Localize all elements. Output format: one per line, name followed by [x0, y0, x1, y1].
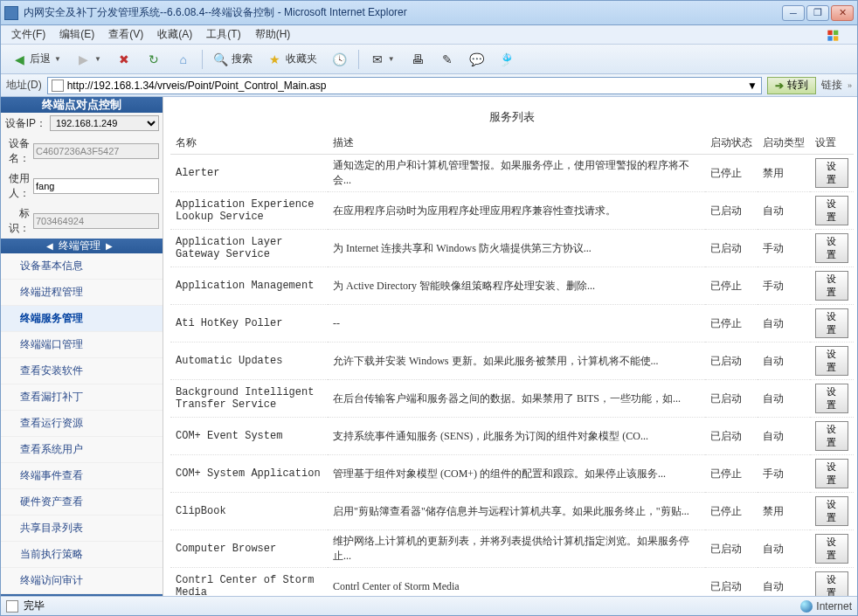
stop-button[interactable]: ✖ — [111, 49, 137, 70]
links-label[interactable]: 链接 — [821, 78, 842, 93]
table-header-row: 名称 描述 启动状态 启动类型 设置 — [170, 132, 854, 155]
device-ip-select[interactable]: 192.168.1.249 — [50, 115, 159, 131]
tag-label: 标识： — [4, 206, 30, 236]
search-button[interactable]: 🔍 搜索 — [208, 49, 259, 70]
star-icon: ★ — [268, 52, 282, 66]
user-input[interactable] — [33, 178, 159, 194]
cell-name: Contrl Center of Storm Media — [170, 568, 328, 597]
settings-button[interactable]: 设 置 — [815, 384, 848, 413]
cell-desc: 在应用程序启动时为应用程序处理应用程序兼容性查找请求。 — [328, 192, 705, 230]
table-row: Contrl Center of Storm MediaContrl Cente… — [170, 568, 854, 597]
sidebar-item-10[interactable]: 共享目录列表 — [1, 516, 163, 542]
discuss-button[interactable]: 💬 — [464, 49, 490, 70]
settings-button[interactable]: 设 置 — [815, 196, 848, 225]
sidebar-item-3[interactable]: 终端端口管理 — [1, 332, 163, 358]
cell-desc: 为 Internet 连接共享和 Windows 防火墙提供第三方协议... — [328, 230, 705, 267]
sidebar-item-8[interactable]: 终端事件查看 — [1, 463, 163, 489]
sidebar-item-4[interactable]: 查看安装软件 — [1, 358, 163, 384]
sidebar-item-5[interactable]: 查看漏打补丁 — [1, 384, 163, 411]
sidebar-title: 终端点对点控制 — [1, 97, 163, 113]
print-button[interactable]: 🖶 — [405, 49, 431, 70]
history-button[interactable]: 🕓 — [327, 49, 353, 70]
back-button[interactable]: ◀ 后退 ▼ — [6, 49, 67, 70]
settings-button[interactable]: 设 置 — [815, 158, 848, 188]
links-expand-icon[interactable]: » — [848, 81, 852, 90]
cell-desc: 管理基于组件对象模型 (COM+) 的组件的配置和跟踪。如果停止该服务... — [328, 455, 705, 493]
cell-status: 已启动 — [705, 192, 758, 230]
refresh-button[interactable]: ↻ — [141, 49, 167, 70]
settings-button[interactable]: 设 置 — [815, 571, 848, 596]
security-zone[interactable]: Internet — [800, 600, 852, 613]
sidebar-item-6[interactable]: 查看运行资源 — [1, 411, 163, 437]
table-row: Automatic Updates允许下载并安装 Windows 更新。如果此服… — [170, 343, 854, 380]
settings-button[interactable]: 设 置 — [815, 421, 848, 451]
toolbar: ◀ 后退 ▼ ▶ ▼ ✖ ↻ ⌂ 🔍 搜索 ★ 收藏夹 🕓 ✉▼ 🖶 ✎ 💬 🎐 — [1, 45, 857, 74]
edit-icon: ✎ — [440, 52, 454, 66]
menu-favorites[interactable]: 收藏(A) — [150, 25, 199, 44]
back-icon: ◀ — [12, 52, 26, 66]
menu-view[interactable]: 查看(V) — [101, 25, 150, 44]
cell-status: 已停止 — [705, 455, 758, 493]
maximize-button[interactable]: ❐ — [806, 5, 829, 21]
section-behavior-control[interactable]: ◀ 行为控制 ▶ — [1, 594, 163, 596]
settings-button[interactable]: 设 置 — [815, 346, 848, 376]
sidebar-item-11[interactable]: 当前执行策略 — [1, 542, 163, 568]
cell-name: Automatic Updates — [170, 343, 328, 380]
menu-bar: 文件(F) 编辑(E) 查看(V) 收藏(A) 工具(T) 帮助(H) — [1, 25, 857, 45]
cell-status: 已启动 — [705, 343, 758, 380]
settings-button[interactable]: 设 置 — [815, 233, 848, 263]
settings-button[interactable]: 设 置 — [815, 459, 848, 488]
cell-starttype: 自动 — [758, 192, 810, 230]
settings-button[interactable]: 设 置 — [815, 308, 848, 338]
zone-label: Internet — [816, 600, 852, 613]
cell-status: 已停止 — [705, 155, 758, 192]
svg-rect-2 — [827, 36, 832, 40]
cell-desc: Contrl Center of Storm Media — [328, 568, 705, 597]
cell-starttype: 手动 — [758, 230, 810, 267]
menu-edit[interactable]: 编辑(E) — [52, 25, 101, 44]
sidebar-item-2[interactable]: 终端服务管理 — [1, 306, 163, 332]
device-name-label: 设备名： — [4, 136, 30, 166]
cell-starttype: 自动 — [758, 418, 810, 455]
section-terminal-mgmt[interactable]: ◀ 终端管理 ▶ — [1, 239, 163, 253]
cell-desc: 在后台传输客户端和服务器之间的数据。如果禁用了 BITS，一些功能，如... — [328, 380, 705, 418]
url-input[interactable] — [67, 80, 744, 92]
sidebar-item-0[interactable]: 设备基本信息 — [1, 253, 163, 280]
col-settings[interactable]: 设置 — [810, 132, 854, 155]
research-icon: 🎐 — [500, 52, 514, 66]
cell-name: Ati HotKey Poller — [170, 305, 328, 343]
sidebar-item-12[interactable]: 终端访问审计 — [1, 568, 163, 594]
col-status[interactable]: 启动状态 — [705, 132, 758, 155]
settings-button[interactable]: 设 置 — [815, 271, 848, 301]
settings-button[interactable]: 设 置 — [815, 496, 848, 526]
cell-settings: 设 置 — [810, 418, 854, 455]
table-row: COM+ Event System支持系统事件通知服务 (SENS)，此服务为订… — [170, 418, 854, 455]
cell-name: Application Management — [170, 267, 328, 305]
home-button[interactable]: ⌂ — [170, 49, 197, 70]
chevron-down-icon[interactable]: ▼ — [747, 80, 758, 92]
research-button[interactable]: 🎐 — [494, 49, 520, 70]
menu-file[interactable]: 文件(F) — [4, 25, 52, 44]
forward-button[interactable]: ▶ ▼ — [71, 49, 107, 70]
menu-help[interactable]: 帮助(H) — [248, 25, 298, 44]
cell-status: 已启动 — [705, 530, 758, 568]
sidebar-item-7[interactable]: 查看系统用户 — [1, 437, 163, 463]
cell-name: Application Experience Lookup Service — [170, 192, 328, 230]
sidebar-item-1[interactable]: 终端进程管理 — [1, 280, 163, 306]
url-input-container[interactable]: ▼ — [47, 77, 762, 94]
search-label: 搜索 — [232, 52, 253, 66]
sidebar-item-9[interactable]: 硬件资产查看 — [1, 489, 163, 516]
edit-button[interactable]: ✎ — [434, 49, 460, 70]
favorites-button[interactable]: ★ 收藏夹 — [262, 49, 323, 70]
minimize-button[interactable]: ─ — [782, 5, 805, 21]
close-button[interactable]: ✕ — [831, 5, 854, 21]
cell-settings: 设 置 — [810, 267, 854, 305]
go-button[interactable]: ➔ 转到 — [767, 77, 816, 94]
col-name[interactable]: 名称 — [170, 132, 328, 155]
col-starttype[interactable]: 启动类型 — [758, 132, 810, 155]
settings-button[interactable]: 设 置 — [815, 534, 848, 564]
field-user: 使用人： — [1, 169, 163, 204]
col-desc[interactable]: 描述 — [328, 132, 705, 155]
mail-button[interactable]: ✉▼ — [364, 49, 401, 70]
menu-tools[interactable]: 工具(T) — [199, 25, 247, 44]
